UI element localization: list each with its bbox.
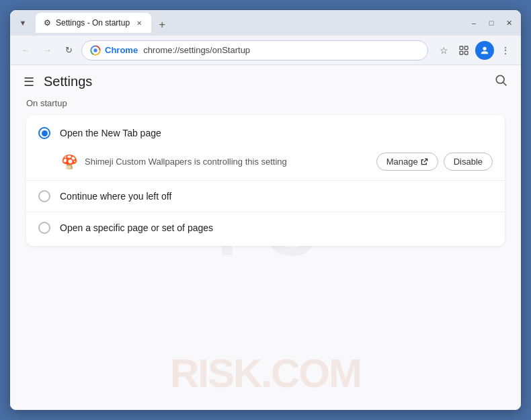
tab-close-button[interactable]: ✕ — [134, 17, 145, 28]
tab-list-button[interactable]: ▼ — [15, 15, 30, 30]
extension-actions: Manage Disable — [376, 153, 493, 171]
maximize-button[interactable]: □ — [485, 16, 498, 30]
window-controls: – □ ✕ — [467, 16, 516, 30]
radio-continue[interactable] — [38, 190, 50, 202]
bookmark-star-button[interactable]: ☆ — [435, 42, 452, 59]
watermark-bottom: RISK.COM — [170, 350, 361, 396]
tab-title: Settings - On startup — [56, 18, 130, 28]
tab-strip: ⚙ Settings - On startup ✕ + — [36, 13, 464, 33]
address-input[interactable]: Chrome chrome://settings/onStartup — [81, 40, 428, 60]
extension-control-row: 🍄 Shimeji Custom Wallpapers is controlli… — [26, 149, 505, 180]
back-button[interactable]: ← — [17, 42, 34, 59]
manage-extension-button[interactable]: Manage — [376, 153, 438, 171]
chrome-menu-button[interactable]: ⋮ — [497, 42, 514, 59]
option-new-tab-label: Open the New Tab page — [60, 128, 161, 138]
address-bar: ← → ↻ Chrome chrome://settings/onStartup… — [10, 36, 521, 65]
chrome-brand-label: Chrome — [105, 45, 138, 55]
chrome-logo-icon — [90, 45, 101, 56]
settings-search-button[interactable] — [494, 73, 507, 90]
extensions-button[interactable] — [455, 42, 473, 59]
external-link-icon — [421, 158, 428, 165]
svg-point-7 — [496, 75, 504, 83]
settings-page: PC RISK.COM ☰ Settings On startup — [10, 65, 521, 410]
disable-extension-button[interactable]: Disable — [444, 153, 493, 171]
radio-specific[interactable] — [38, 222, 50, 234]
minimize-button[interactable]: – — [467, 16, 481, 30]
extension-control-text: Shimeji Custom Wallpapers is controlling… — [85, 157, 370, 167]
svg-line-8 — [503, 83, 507, 86]
settings-content: On startup Open the New Tab page 🍄 Shime… — [10, 98, 521, 262]
forward-button[interactable]: → — [38, 42, 56, 59]
radio-new-tab-inner — [42, 130, 48, 136]
tab-favicon: ⚙ — [42, 18, 52, 28]
startup-options-card: Open the New Tab page 🍄 Shimeji Custom W… — [26, 115, 505, 246]
hamburger-menu-icon[interactable]: ☰ — [24, 75, 34, 89]
address-bar-icons: ☆ ⋮ — [435, 41, 514, 60]
radio-new-tab[interactable] — [38, 127, 50, 139]
reload-button[interactable]: ↻ — [60, 42, 77, 59]
profile-button[interactable] — [475, 41, 494, 60]
active-tab[interactable]: ⚙ Settings - On startup ✕ — [36, 13, 151, 33]
new-tab-button[interactable]: + — [154, 17, 170, 33]
option-continue-label: Continue where you left off — [60, 191, 171, 202]
svg-rect-2 — [460, 46, 463, 50]
option-specific-label: Open a specific page or set of pages — [60, 222, 213, 233]
settings-page-title: Settings — [44, 74, 92, 89]
extension-icon: 🍄 — [61, 154, 78, 170]
title-bar: ▼ ⚙ Settings - On startup ✕ + – □ ✕ — [10, 10, 521, 36]
extensions-icon — [458, 45, 469, 56]
url-display: chrome://settings/onStartup — [143, 45, 250, 55]
on-startup-section-label: On startup — [26, 98, 505, 108]
svg-point-6 — [483, 46, 486, 50]
svg-rect-4 — [460, 51, 463, 54]
option-new-tab[interactable]: Open the New Tab page — [26, 118, 505, 149]
search-icon — [494, 73, 507, 87]
svg-point-1 — [93, 48, 97, 52]
close-button[interactable]: ✕ — [502, 16, 516, 30]
settings-header: ☰ Settings — [10, 65, 521, 98]
svg-line-9 — [423, 159, 427, 162]
title-bar-left: ▼ — [15, 15, 30, 30]
option-specific[interactable]: Open a specific page or set of pages — [26, 212, 505, 243]
svg-rect-5 — [464, 51, 468, 54]
browser-window: ▼ ⚙ Settings - On startup ✕ + – □ ✕ ← → … — [9, 9, 522, 411]
option-continue[interactable]: Continue where you left off — [26, 181, 505, 212]
svg-rect-3 — [464, 46, 468, 50]
profile-icon — [479, 45, 490, 56]
